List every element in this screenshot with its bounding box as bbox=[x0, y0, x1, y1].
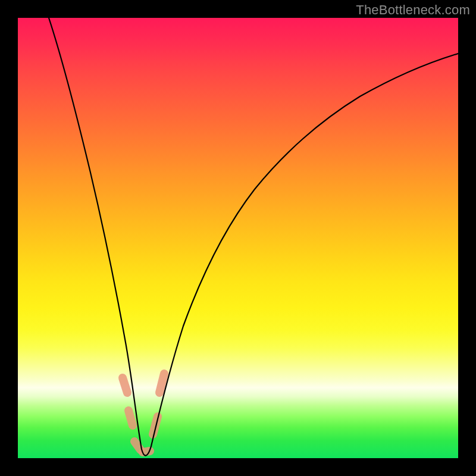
trough-highlight-1 bbox=[123, 378, 127, 393]
trough-highlight-6 bbox=[159, 374, 164, 393]
trough-highlight-3 bbox=[134, 441, 140, 450]
watermark-text: TheBottleneck.com bbox=[356, 2, 470, 18]
trough-highlight-5 bbox=[153, 416, 158, 434]
plot-area bbox=[18, 18, 458, 458]
curve-layer bbox=[18, 18, 458, 458]
trough-highlight-group bbox=[123, 374, 164, 452]
chart-frame: TheBottleneck.com bbox=[0, 0, 476, 476]
bottleneck-curve bbox=[49, 18, 458, 456]
trough-highlight-2 bbox=[129, 411, 133, 425]
